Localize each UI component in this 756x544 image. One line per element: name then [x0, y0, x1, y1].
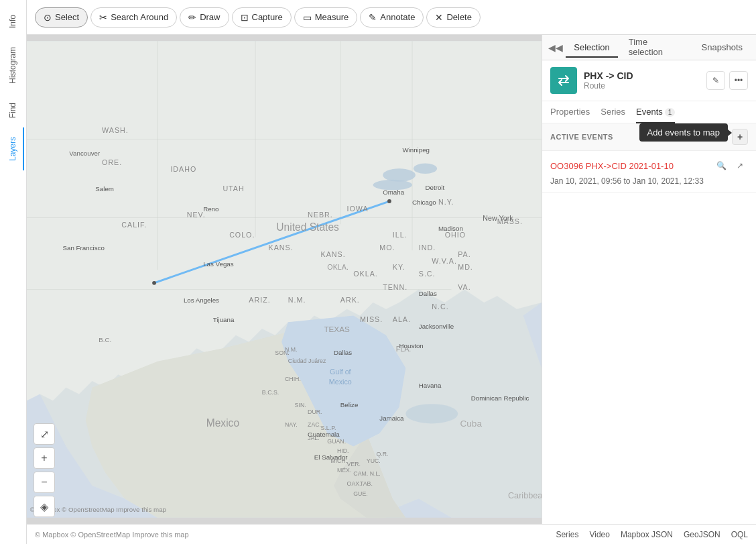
content-tab-row: Properties Series Events1 — [542, 101, 756, 123]
open-event-button[interactable]: ↗ — [732, 158, 748, 174]
svg-point-10 — [414, 164, 437, 174]
edit-route-button[interactable]: ✎ — [706, 71, 725, 90]
route-info: PHX -> CID Route — [584, 70, 700, 91]
measure-button[interactable]: ▭ Measure — [294, 7, 358, 28]
svg-text:PA.: PA. — [458, 250, 470, 258]
svg-text:Gulf of: Gulf of — [330, 368, 351, 376]
svg-text:YUC.: YUC. — [367, 457, 381, 464]
svg-text:FLA.: FLA. — [396, 345, 412, 353]
svg-text:Ciudad Juárez: Ciudad Juárez — [288, 358, 326, 364]
series-button[interactable]: Series — [556, 530, 578, 539]
svg-text:Jacksonville: Jacksonville — [419, 323, 454, 330]
svg-text:N.M.: N.M. — [288, 296, 306, 304]
more-options-button[interactable]: ••• — [729, 71, 748, 90]
route-name: PHX -> CID — [584, 70, 700, 81]
route-icon — [550, 67, 577, 94]
collapse-panel-button[interactable]: ◀◀ — [548, 40, 563, 56]
svg-text:IOWA: IOWA — [347, 205, 369, 213]
add-events-button[interactable]: + — [732, 129, 748, 145]
sidebar-tab-layers[interactable]: Layers — [3, 127, 24, 170]
annotate-icon: ✎ — [369, 12, 377, 23]
map-credit: © Mapbox © OpenStreetMap Improve this ma… — [35, 531, 189, 539]
panel-tab-time-selection[interactable]: Time selection — [621, 33, 691, 62]
oql-button[interactable]: OQL — [731, 530, 748, 539]
fit-map-button[interactable]: ⤢ — [34, 423, 55, 445]
zoom-in-button[interactable]: + — [34, 447, 55, 469]
svg-text:Caribbean Sea: Caribbean Sea — [508, 491, 542, 500]
map-area[interactable]: Vancouver Salem San Francisco Reno Las V… — [27, 35, 542, 524]
svg-text:NAY.: NAY. — [285, 421, 298, 428]
content-tab-properties[interactable]: Properties — [550, 101, 590, 123]
event-item-header: OO3096 PHX->CID 2021-01-10 🔍 ↗ — [550, 158, 748, 174]
add-events-tooltip: Add events to map — [639, 123, 728, 142]
svg-text:NEBR.: NEBR. — [308, 211, 333, 219]
events-tab-label: Events — [636, 107, 663, 117]
svg-text:Winnipeg: Winnipeg — [402, 146, 430, 154]
svg-text:ORE.: ORE. — [102, 158, 122, 166]
content-tab-series[interactable]: Series — [601, 101, 625, 123]
zoom-event-button[interactable]: 🔍 — [713, 158, 729, 174]
svg-text:ALA.: ALA. — [393, 315, 411, 323]
svg-text:B.C.S.: B.C.S. — [262, 389, 279, 396]
video-button[interactable]: Video — [589, 530, 609, 539]
svg-point-102 — [387, 199, 391, 203]
search-around-button[interactable]: ✂ Search Around — [90, 7, 177, 28]
geojson-button[interactable]: GeoJSON — [684, 530, 720, 539]
svg-text:TEXAS: TEXAS — [324, 325, 350, 333]
svg-text:GUE.: GUE. — [353, 490, 367, 497]
select-button[interactable]: ⊙ Select — [35, 7, 88, 28]
svg-text:ARIZ.: ARIZ. — [249, 296, 270, 304]
event-item: OO3096 PHX->CID 2021-01-10 🔍 ↗ Jan 10, 2… — [542, 151, 756, 193]
content-tab-events[interactable]: Events1 — [636, 101, 675, 123]
draw-button[interactable]: ✏ Draw — [180, 7, 229, 28]
sidebar-tab-find[interactable]: Find — [3, 93, 24, 127]
map-controls: ⤢ + − ◈ — [34, 423, 55, 517]
measure-label: Measure — [315, 12, 349, 22]
capture-button[interactable]: ⊡ Capture — [232, 7, 292, 28]
svg-text:N.Y.: N.Y. — [438, 198, 454, 206]
svg-text:Detroit: Detroit — [426, 184, 445, 191]
svg-text:New York: New York — [483, 214, 513, 222]
svg-text:S.C.: S.C. — [419, 270, 436, 278]
svg-text:NEV.: NEV. — [187, 211, 206, 219]
svg-text:IND.: IND. — [419, 243, 436, 252]
select-icon: ⊙ — [44, 12, 52, 23]
svg-text:MO.: MO. — [379, 243, 395, 252]
panel-tab-selection[interactable]: Selection — [566, 38, 617, 58]
svg-text:CHIH.: CHIH. — [285, 376, 301, 382]
active-events-header: ACTIVE EVENTS Add events to map + — [542, 123, 756, 151]
sidebar-tab-info[interactable]: Info — [3, 5, 24, 38]
zoom-out-button[interactable]: − — [34, 472, 55, 493]
svg-text:Las Vegas: Las Vegas — [203, 260, 234, 268]
svg-text:Los Angeles: Los Angeles — [184, 296, 219, 304]
sidebar-tab-histogram[interactable]: Histogram — [3, 38, 24, 93]
svg-text:Havana: Havana — [419, 382, 442, 389]
svg-text:Omaha: Omaha — [383, 188, 405, 196]
svg-point-9 — [383, 168, 416, 181]
delete-button[interactable]: ✕ Delete — [426, 7, 481, 28]
search-around-icon: ✂ — [99, 12, 107, 23]
events-badge: 1 — [665, 108, 676, 117]
svg-text:Chicago: Chicago — [412, 199, 436, 206]
svg-text:S.L.P.: S.L.P. — [321, 425, 336, 431]
svg-text:WASH.: WASH. — [102, 126, 129, 134]
annotate-button[interactable]: ✎ Annotate — [360, 7, 424, 28]
svg-text:Dominican Republic: Dominican Republic — [471, 394, 529, 402]
svg-text:VER.: VER. — [347, 461, 361, 468]
svg-text:Mexico: Mexico — [206, 417, 240, 429]
svg-text:Jamaica: Jamaica — [379, 415, 404, 422]
annotate-label: Annotate — [380, 12, 415, 22]
map-svg: Vancouver Salem San Francisco Reno Las V… — [27, 35, 542, 524]
event-link[interactable]: OO3096 PHX->CID 2021-01-10 — [550, 161, 674, 171]
svg-text:MICH.: MICH. — [330, 457, 347, 464]
svg-text:CAM.: CAM. — [353, 470, 368, 477]
add-events-wrapper: Add events to map + — [732, 129, 748, 145]
svg-text:N.M.: N.M. — [285, 346, 298, 353]
panel-tab-snapshots[interactable]: Snapshots — [694, 38, 751, 58]
svg-text:CALIF.: CALIF. — [121, 221, 147, 229]
compass-button[interactable]: ◈ — [34, 496, 55, 517]
draw-label: Draw — [200, 12, 220, 22]
svg-text:Dallas: Dallas — [334, 349, 352, 356]
mapbox-json-button[interactable]: Mapbox JSON — [621, 530, 673, 539]
active-events-label: ACTIVE EVENTS — [550, 133, 613, 141]
